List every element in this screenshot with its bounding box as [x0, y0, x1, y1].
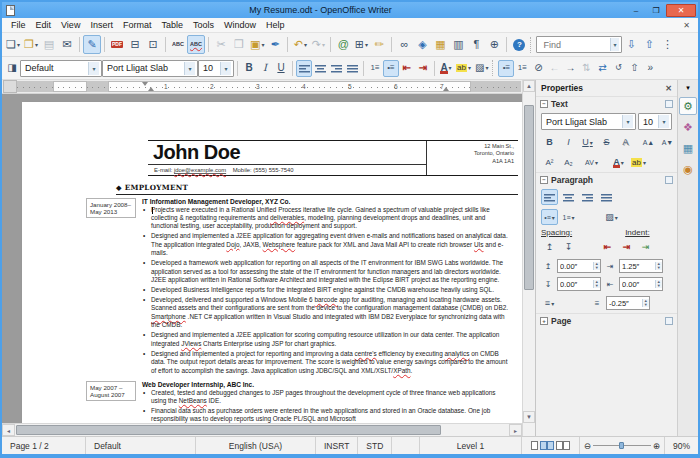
redo-button[interactable]: ↷▾ — [309, 35, 327, 54]
document-page[interactable]: John Doe E-mail: jdoe@example.com Mobile… — [22, 102, 522, 423]
sidebar-bold-button[interactable]: B — [541, 134, 558, 150]
save-button[interactable]: ▤ — [40, 35, 58, 54]
bullets-toolbar-overflow-button[interactable]: » — [642, 60, 658, 77]
first-line-indent-marker[interactable] — [142, 82, 148, 86]
open-button[interactable]: ❐▾ — [22, 35, 40, 54]
restart-numbering-button[interactable]: ↺ — [610, 60, 626, 77]
decrease-paragraph-spacing-button[interactable]: ↧ — [560, 239, 577, 255]
align-left-button[interactable] — [296, 60, 312, 77]
bullet-item[interactable]: Projects were executed in a Rational Uni… — [142, 206, 510, 231]
gallery-button[interactable]: ▦ — [431, 35, 449, 54]
bullet-item[interactable]: Developed Business Intelligence reports … — [142, 286, 510, 294]
copy-button[interactable]: ❒ — [230, 35, 248, 54]
menu-view[interactable]: View — [56, 19, 85, 31]
close-button[interactable]: ✕ — [666, 4, 696, 17]
horizontal-scroll-thumb[interactable] — [16, 425, 441, 435]
text-section-header[interactable]: − Text — [536, 96, 677, 111]
menu-file[interactable]: File — [6, 19, 31, 31]
find-input[interactable] — [541, 39, 609, 51]
maximize-button[interactable]: ❒ — [646, 4, 666, 17]
menu-window[interactable]: Window — [219, 19, 261, 31]
font-size-combobox[interactable]: 10 ▾ — [198, 60, 234, 77]
ruler-corner-button[interactable] — [3, 80, 17, 93]
paragraph-style-combobox[interactable]: Default ▾ — [20, 60, 102, 77]
horizontal-ruler[interactable]: 1 2 3 4 5 6 7 — [17, 81, 521, 92]
spelling-button[interactable]: ABC — [169, 35, 187, 54]
scroll-up-icon[interactable]: ▲ — [523, 80, 535, 92]
resume-name[interactable]: John Doe — [148, 141, 426, 165]
styles-and-formatting-button[interactable]: ◨ — [4, 60, 20, 77]
right-indent-marker[interactable] — [443, 87, 449, 91]
paste-button[interactable]: ▣▾ — [248, 35, 266, 54]
sidebar-decrease-indent-button[interactable]: ⇥ — [618, 239, 635, 255]
background-color-button[interactable]: ▨▾ — [473, 60, 490, 77]
sidebar-highlighting-button[interactable]: ab▾ — [629, 154, 648, 170]
close-document-icon[interactable]: ✕ — [679, 21, 694, 30]
status-page-style[interactable]: Default — [86, 437, 196, 454]
employment-heading[interactable]: ◆ EMPLOYMENT — [116, 183, 518, 195]
dropdown-icon[interactable]: ▾ — [88, 62, 99, 75]
sidebar-increase-indent-button[interactable]: ⇤ — [599, 239, 616, 255]
bullets-button[interactable]: •≡ — [383, 60, 399, 77]
increase-indent-button[interactable]: ⇥ — [415, 60, 431, 77]
bold-button[interactable]: B — [241, 60, 257, 77]
first-line-indent-field[interactable]: ▲▼ — [606, 296, 650, 310]
bullet-item[interactable]: Designed and implemented a J2EE applicat… — [142, 331, 510, 348]
sidebar-align-left-button[interactable] — [541, 189, 558, 205]
table-button[interactable]: ⊞▾ — [352, 35, 370, 54]
align-right-button[interactable] — [328, 60, 344, 77]
export-pdf-button[interactable]: PDF — [108, 35, 126, 54]
decrease-font-size-button[interactable]: A▼ — [659, 134, 676, 150]
sidebar-font-name-combobox[interactable]: Port Lligat Slab ▾ — [541, 113, 636, 130]
tab-properties[interactable]: ⚙ — [679, 97, 697, 115]
bullet-item[interactable]: Designed and implemented a project for r… — [142, 350, 510, 375]
sidebar-font-size-combobox[interactable]: 10 ▾ — [638, 113, 672, 130]
resume-contact-line[interactable]: E-mail: jdoe@example.com Mobile: (555) 5… — [148, 165, 426, 175]
align-center-button[interactable] — [312, 60, 328, 77]
no-list-button[interactable]: ⊘ — [530, 60, 546, 77]
bullet-item[interactable]: Financial data such as purchase orders w… — [142, 407, 510, 423]
status-outline-level[interactable]: Level 1 — [420, 437, 521, 454]
edit-mode-button[interactable]: ✎ — [83, 35, 101, 54]
numbering-button[interactable]: 1≡ — [367, 60, 383, 77]
tab-navigator[interactable]: ◉ — [679, 160, 697, 178]
sidebar-align-right-button[interactable] — [579, 189, 596, 205]
insert-unnumbered-entry-button[interactable]: ⇧ — [626, 60, 642, 77]
subscript-button[interactable]: A₂ — [560, 154, 577, 170]
sidebar-underline-button[interactable]: U▾ — [579, 134, 596, 150]
menu-tools[interactable]: Tools — [188, 19, 219, 31]
paragraph-section-dialog-launcher[interactable] — [665, 176, 673, 184]
find-dropdown-icon[interactable]: ▾ — [610, 38, 620, 51]
menu-edit[interactable]: Edit — [31, 19, 57, 31]
text-section-dialog-launcher[interactable] — [665, 100, 673, 108]
autospellcheck-button[interactable]: ABC — [187, 35, 205, 54]
collapse-icon[interactable]: − — [540, 176, 548, 184]
data-sources-button[interactable]: ▥ — [449, 35, 467, 54]
line-spacing-button[interactable]: ≡▾ — [541, 295, 558, 311]
status-zoom-percent[interactable]: 90% — [664, 437, 698, 454]
sidebar-justify-button[interactable] — [598, 189, 615, 205]
italic-button[interactable]: I — [257, 60, 273, 77]
menu-format[interactable]: Format — [118, 19, 157, 31]
zoom-button[interactable]: ⊕ — [485, 35, 503, 54]
scroll-right-icon[interactable]: ▸ — [509, 424, 522, 436]
superscript-button[interactable]: A² — [541, 154, 558, 170]
zoom-slider-thumb[interactable] — [619, 442, 624, 449]
page-preview-button[interactable]: ⊡ — [144, 35, 162, 54]
scroll-left-icon[interactable]: ◂ — [2, 424, 15, 436]
find-toolbar-overflow-button[interactable]: ⋮ — [658, 35, 676, 54]
vertical-scroll-thumb[interactable] — [524, 105, 534, 290]
tab-gallery[interactable]: ▦ — [679, 139, 697, 157]
bullet-item[interactable]: Created, tested and debugged changes to … — [142, 389, 510, 406]
status-insert-mode[interactable]: INSRT — [316, 437, 358, 454]
hanging-indent-button[interactable]: ⇥ — [637, 239, 654, 255]
navigator-button[interactable]: ◈ — [413, 35, 431, 54]
draw-functions-button[interactable]: ✏ — [370, 35, 388, 54]
title-bar[interactable]: My Resume.odt - OpenOffice Writer – ❒ ✕ — [2, 2, 698, 18]
find-replace-button[interactable]: ∞ — [395, 35, 413, 54]
sidebar-close-icon[interactable]: ✕ — [665, 84, 672, 93]
hyperlink-button[interactable]: @ — [334, 35, 352, 54]
job-body[interactable]: Web Developer Internship, ABC Inc. Creat… — [142, 381, 518, 423]
decrease-indent-button[interactable]: ⇤ — [399, 60, 415, 77]
font-name-combobox[interactable]: Port Lligat Slab ▾ — [102, 60, 198, 77]
